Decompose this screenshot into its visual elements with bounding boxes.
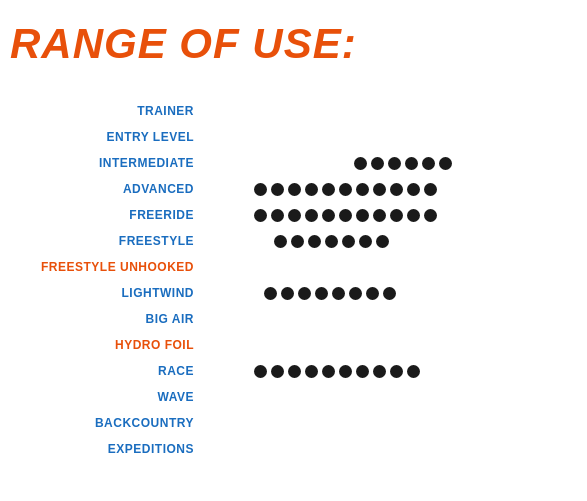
row-label: ENTRY LEVEL [10,124,210,150]
dot [422,157,435,170]
dot [264,287,277,300]
row-dots [210,358,567,384]
dot [322,209,335,222]
dot [376,235,389,248]
dot [373,365,386,378]
dot [342,235,355,248]
dot [383,287,396,300]
row-label: LIGHTWIND [10,280,210,306]
dot [288,365,301,378]
dot [407,183,420,196]
dot [356,183,369,196]
dot [339,365,352,378]
dot [388,157,401,170]
row-dots [210,176,567,202]
dot [322,365,335,378]
dot [407,365,420,378]
row-dots [210,384,567,410]
dot [332,287,345,300]
dot [407,209,420,222]
page-title: RANGE OF USE: [10,20,567,68]
dot [390,365,403,378]
dot [315,287,328,300]
dot [281,287,294,300]
dot [274,235,287,248]
row-dots [210,228,567,254]
row-label: BACKCOUNTRY [10,410,210,436]
dot [271,209,284,222]
row-label: TRAINER [10,98,210,124]
row-dots [210,202,567,228]
row-label: WAVE [10,384,210,410]
dot [339,183,352,196]
row-dots [210,150,567,176]
dot [366,287,379,300]
row-dots [210,332,567,358]
dot [254,209,267,222]
dot [356,209,369,222]
row-dots [210,254,567,280]
dot [424,183,437,196]
dot [373,183,386,196]
dot [405,157,418,170]
row-label: FREERIDE [10,202,210,228]
range-grid: TRAINERENTRY LEVELINTERMEDIATEADVANCEDFR… [10,98,567,462]
dot [271,365,284,378]
dot [424,209,437,222]
row-dots [210,124,567,150]
row-label: FREESTYLE UNHOOKED [10,254,210,280]
row-label: HYDRO FOIL [10,332,210,358]
dot [291,235,304,248]
dot [373,209,386,222]
dot [305,365,318,378]
row-dots [210,306,567,332]
row-label: EXPEDITIONS [10,436,210,462]
dot [390,209,403,222]
dot [439,157,452,170]
dot [390,183,403,196]
row-label: RACE [10,358,210,384]
dot [288,209,301,222]
row-dots [210,280,567,306]
dot [254,183,267,196]
dot [371,157,384,170]
row-label: INTERMEDIATE [10,150,210,176]
dot [322,183,335,196]
row-label: BIG AIR [10,306,210,332]
dot [271,183,284,196]
row-label: ADVANCED [10,176,210,202]
dot [308,235,321,248]
row-dots [210,98,567,124]
dot [349,287,362,300]
dot [356,365,369,378]
dot [254,365,267,378]
dot [305,209,318,222]
dot [305,183,318,196]
dot [354,157,367,170]
dot [359,235,372,248]
dot [339,209,352,222]
dot [298,287,311,300]
row-dots [210,436,567,462]
dot [325,235,338,248]
row-dots [210,410,567,436]
dot [288,183,301,196]
row-label: FREESTYLE [10,228,210,254]
